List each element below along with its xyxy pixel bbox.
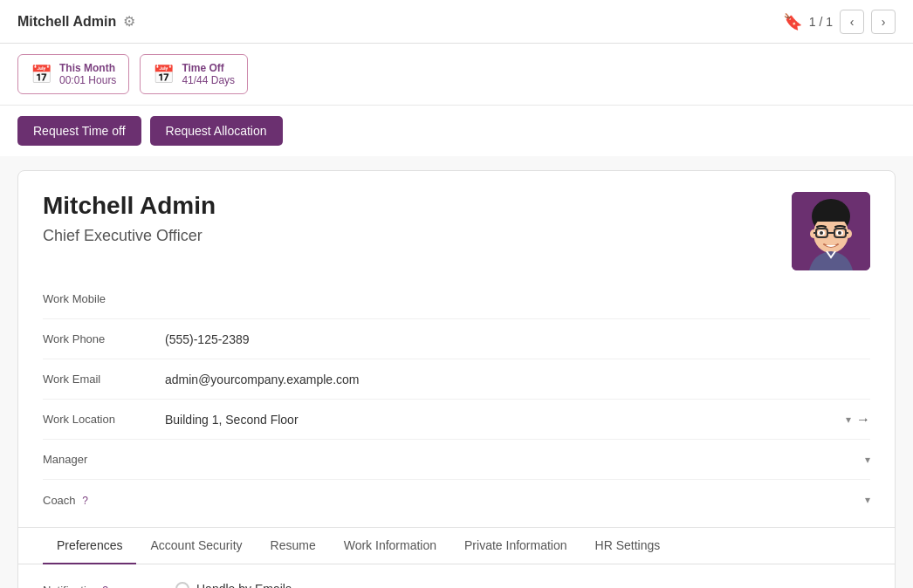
bookmark-icon[interactable]: 🔖 <box>783 12 802 31</box>
tab-hr-settings[interactable]: HR Settings <box>581 528 675 564</box>
stat-this-month-info: This Month 00:01 Hours <box>59 62 116 86</box>
field-work-phone: Work Phone (555)-125-2389 <box>43 319 870 359</box>
work-mobile-label: Work Mobile <box>43 292 165 305</box>
profile-info: Mitchell Admin Chief Executive Officer <box>43 192 216 245</box>
tabs-header: Preferences Account Security Resume Work… <box>18 528 895 564</box>
field-coach: Coach ? ▾ <box>43 480 870 520</box>
field-work-mobile: Work Mobile <box>43 279 870 319</box>
stat-time-off-info: Time Off 41/44 Days <box>182 62 235 86</box>
notification-help-icon[interactable]: ? <box>102 585 108 589</box>
tab-resume[interactable]: Resume <box>257 528 330 564</box>
work-email-value: admin@yourcompany.example.com <box>165 373 870 386</box>
top-bar-right: 🔖 1 / 1 ‹ › <box>783 10 896 34</box>
manager-dropdown-icon[interactable]: ▾ <box>865 454 870 466</box>
coach-label: Coach ? <box>43 494 165 507</box>
gear-icon[interactable]: ⚙ <box>123 13 135 30</box>
tab-account-security[interactable]: Account Security <box>136 528 256 564</box>
top-bar: Mitchell Admin ⚙ 🔖 1 / 1 ‹ › <box>0 0 913 44</box>
request-time-off-button[interactable]: Request Time off <box>17 116 141 146</box>
manager-value: ▾ <box>165 454 870 466</box>
field-work-email: Work Email admin@yourcompany.example.com <box>43 359 870 400</box>
action-bar: Request Time off Request Allocation <box>0 106 913 156</box>
avatar <box>792 192 870 270</box>
calendar-icon-2: 📅 <box>153 64 175 85</box>
prev-icon: ‹ <box>850 15 855 29</box>
tab-preferences[interactable]: Preferences <box>43 528 136 564</box>
next-button[interactable]: › <box>871 10 896 34</box>
manager-label: Manager <box>43 453 165 466</box>
work-email-label: Work Email <box>43 373 165 386</box>
profile-name: Mitchell Admin <box>43 192 216 220</box>
radio-circle-emails <box>175 582 189 588</box>
main-card: Mitchell Admin Chief Executive Officer <box>17 170 896 588</box>
next-icon: › <box>882 15 886 29</box>
field-work-location: Work Location Building 1, Second Floor ▾… <box>43 400 870 440</box>
notification-options: Handle by Emails Handle in Odoo <box>175 582 292 588</box>
coach-value: ▾ <box>165 494 870 506</box>
svg-point-12 <box>820 231 823 235</box>
tab-work-information[interactable]: Work Information <box>330 528 450 564</box>
top-bar-left: Mitchell Admin ⚙ <box>17 13 135 30</box>
work-location-actions: ▾ → <box>846 412 870 427</box>
fields-section: Work Mobile Work Phone (555)-125-2389 Wo… <box>18 279 895 520</box>
tab-content-preferences: Notification ? Handle by Emails Handle i… <box>18 564 895 588</box>
work-location-text: Building 1, Second Floor <box>165 413 299 427</box>
stat-this-month-label: This Month <box>59 62 116 74</box>
tabs-section: Preferences Account Security Resume Work… <box>18 527 895 588</box>
radio-handle-by-emails[interactable]: Handle by Emails <box>175 582 292 588</box>
work-phone-label: Work Phone <box>43 332 165 345</box>
work-location-label: Work Location <box>43 413 165 426</box>
pagination: 1 / 1 <box>809 15 833 29</box>
notification-label: Notification ? <box>43 582 165 588</box>
notification-row: Notification ? Handle by Emails Handle i… <box>43 582 870 588</box>
stat-this-month[interactable]: 📅 This Month 00:01 Hours <box>17 54 129 94</box>
request-allocation-button[interactable]: Request Allocation <box>150 116 283 146</box>
page-title: Mitchell Admin <box>17 14 116 30</box>
coach-dropdown-icon[interactable]: ▾ <box>865 494 870 506</box>
stat-time-off-label: Time Off <box>182 62 235 74</box>
prev-button[interactable]: ‹ <box>840 10 864 34</box>
stat-time-off[interactable]: 📅 Time Off 41/44 Days <box>140 54 248 94</box>
profile-job-title: Chief Executive Officer <box>43 227 216 245</box>
svg-point-13 <box>838 231 841 235</box>
stat-time-off-value: 41/44 Days <box>182 74 235 86</box>
work-location-dropdown-icon[interactable]: ▾ <box>846 414 851 426</box>
profile-section: Mitchell Admin Chief Executive Officer <box>18 171 895 279</box>
field-manager: Manager ▾ <box>43 440 870 480</box>
avatar-svg <box>792 192 870 270</box>
tab-private-information[interactable]: Private Information <box>450 528 581 564</box>
work-phone-value: (555)-125-2389 <box>165 332 870 346</box>
stats-bar: 📅 This Month 00:01 Hours 📅 Time Off 41/4… <box>0 44 913 106</box>
pagination-display: 1 / 1 <box>809 15 833 29</box>
stat-this-month-value: 00:01 Hours <box>59 74 116 86</box>
work-location-arrow-icon[interactable]: → <box>856 412 870 427</box>
calendar-icon-1: 📅 <box>31 64 52 85</box>
work-location-value: Building 1, Second Floor ▾ → <box>165 412 870 427</box>
coach-help-icon[interactable]: ? <box>82 495 88 507</box>
